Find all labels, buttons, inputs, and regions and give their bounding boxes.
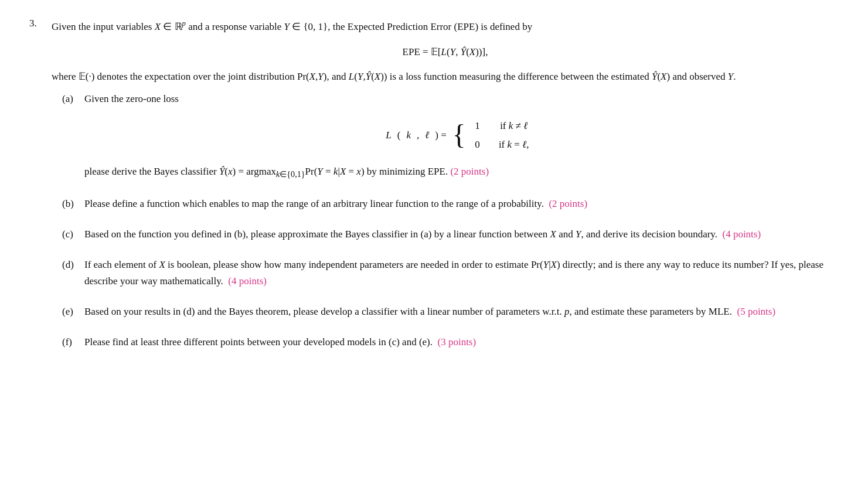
sub-a-points: (2 points) [450, 166, 489, 177]
piecewise-formula: L(k, ℓ) = { 1 if k ≠ ℓ 0 if k = ℓ, [386, 118, 537, 153]
piecewise-val-2: 0 [472, 137, 480, 153]
where-paragraph: where 𝔼(·) denotes the expectation over … [52, 69, 839, 85]
sub-item-e: (e) Based on your results in (d) and the… [62, 304, 839, 326]
sub-f-points: (3 points) [438, 336, 476, 348]
sub-label-d: (d) [62, 257, 84, 295]
piecewise-rows: 1 if k ≠ ℓ 0 if k = ℓ, [472, 118, 537, 153]
piecewise-cond-2: if k = ℓ, [491, 137, 537, 153]
piecewise-row-1: 1 if k ≠ ℓ [472, 118, 537, 134]
sub-label-a: (a) [62, 91, 84, 188]
sub-item-a: (a) Given the zero-one loss L(k, ℓ) = { … [62, 91, 839, 188]
piecewise-val-1: 1 [472, 118, 480, 134]
sub-item-f: (f) Please find at least three different… [62, 334, 839, 356]
sub-label-c: (c) [62, 226, 84, 248]
sub-content-b: Please define a function which enables t… [84, 196, 839, 218]
sub-label-b: (b) [62, 196, 84, 218]
piecewise-cond-1: if k ≠ ℓ [491, 118, 537, 134]
sub-item-d: (d) If each element of X is boolean, ple… [62, 257, 839, 295]
piecewise-row-2: 0 if k = ℓ, [472, 137, 537, 153]
question-3: 3. Given the input variables X ∈ ℝp and … [29, 18, 839, 365]
sub-content-d: If each element of X is boolean, please … [84, 257, 839, 295]
question-intro: Given the input variables X ∈ ℝp and a r… [52, 18, 839, 35]
epe-formula: EPE = 𝔼[L(Y, Ŷ(X))], [52, 46, 839, 58]
sub-a-formula: L(k, ℓ) = { 1 if k ≠ ℓ 0 if k = ℓ, [84, 118, 839, 153]
question-content: Given the input variables X ∈ ℝp and a r… [52, 18, 839, 365]
sub-label-e: (e) [62, 304, 84, 326]
sub-b-points: (2 points) [549, 198, 587, 209]
sub-e-points: (5 points) [737, 306, 775, 317]
sub-a-text: please derive the Bayes classifier Ŷ(x) … [84, 164, 839, 182]
sub-e-text: Based on your results in (d) and the Bay… [84, 304, 839, 320]
var-Y: Y ∈ {0, 1} [284, 21, 328, 32]
sub-d-text: If each element of X is boolean, please … [84, 257, 839, 290]
sub-item-b: (b) Please define a function which enabl… [62, 196, 839, 218]
sub-d-points: (4 points) [228, 275, 267, 287]
sub-content-a: Given the zero-one loss L(k, ℓ) = { 1 if… [84, 91, 839, 188]
sub-items-list: (a) Given the zero-one loss L(k, ℓ) = { … [62, 91, 839, 356]
sub-b-text: Please define a function which enables t… [84, 196, 839, 212]
question-number: 3. [29, 18, 52, 365]
left-brace: { [452, 121, 466, 149]
var-X: X ∈ ℝp [155, 21, 186, 32]
sub-a-intro: Given the zero-one loss [84, 91, 839, 107]
sub-item-c: (c) Based on the function you defined in… [62, 226, 839, 248]
sub-c-text: Based on the function you defined in (b)… [84, 226, 839, 243]
sub-label-f: (f) [62, 334, 84, 356]
sub-content-c: Based on the function you defined in (b)… [84, 226, 839, 248]
sub-c-points: (4 points) [722, 229, 761, 240]
sub-content-e: Based on your results in (d) and the Bay… [84, 304, 839, 326]
sub-f-text: Please find at least three different poi… [84, 334, 839, 350]
sub-content-f: Please find at least three different poi… [84, 334, 839, 356]
